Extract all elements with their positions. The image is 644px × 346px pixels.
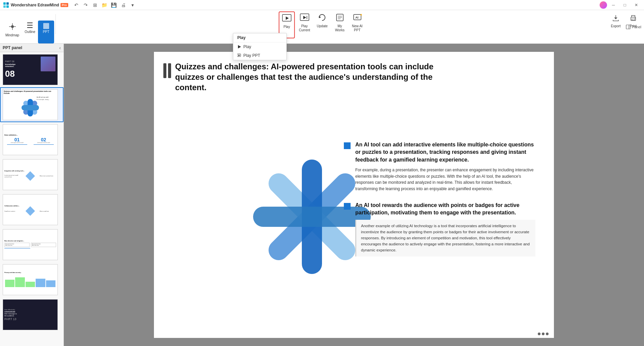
dropdown-play-icon xyxy=(237,45,241,49)
point1-title: An AI tool can add interactive elements … xyxy=(355,141,535,164)
slide-thumb-14[interactable]: Privacy and data security... xyxy=(0,262,64,297)
update-icon xyxy=(318,13,327,24)
ribbon-right-group: Export Print xyxy=(608,11,641,36)
export-label: Export xyxy=(611,24,621,28)
point2-body-box: Another example of utilizing AI technolo… xyxy=(355,220,535,256)
dropdown-play-ppt-item[interactable]: Play PPT xyxy=(233,51,286,60)
slide-thumb-12[interactable]: Collaboration abilities... Small text co… xyxy=(0,192,64,227)
ribbon-play-group: Play PlayCurrent Update MyWorks AI New A… xyxy=(279,11,365,38)
mindmap-tab[interactable]: Mindmap xyxy=(3,21,22,43)
maximize-button[interactable]: □ xyxy=(620,2,630,8)
svg-point-4 xyxy=(11,25,14,28)
my-works-label: MyWorks xyxy=(335,24,345,32)
svg-text:AI: AI xyxy=(355,16,358,19)
app-logo-icon xyxy=(3,2,9,8)
dropdown-play-ppt-label: Play PPT xyxy=(243,53,260,58)
export-icon xyxy=(612,14,620,24)
point1-body: For example, during a presentation, the … xyxy=(355,167,535,192)
svg-rect-0 xyxy=(3,2,6,5)
titlebar-right: ─ □ ✕ xyxy=(600,1,641,9)
pause-icon xyxy=(163,63,171,78)
redo-button[interactable]: ↷ xyxy=(82,2,90,8)
slide-right-content: An AI tool can add interactive elements … xyxy=(344,141,535,256)
nav-dot-2 xyxy=(542,333,545,335)
export-button[interactable]: Export xyxy=(608,13,624,36)
new-ai-ppt-button[interactable]: AI New AIPPT xyxy=(349,11,365,38)
svg-marker-28 xyxy=(238,45,241,48)
app-logo: Wondershare EdrawMind Pro xyxy=(3,2,68,8)
outline-icon: ☰ xyxy=(27,22,33,29)
update-label: Update xyxy=(317,24,328,28)
pro-badge: Pro xyxy=(61,3,68,7)
new-ai-ppt-label: New AIPPT xyxy=(352,24,363,32)
bullet-1 xyxy=(344,142,351,149)
slide-thumb-10[interactable]: Data validation... 01 Lorem ipsum text h… xyxy=(0,122,64,157)
slide-thumb-8[interactable]: PART 08 knowledgeretention. 08 xyxy=(0,52,64,87)
play-dropdown: Play Play Play PPT xyxy=(233,33,287,60)
play-current-label: PlayCurrent xyxy=(299,24,310,32)
mindmap-label: Mindmap xyxy=(5,33,19,37)
titlebar-controls: ↶ ↷ ⊞ 📁 💾 🖨 ▾ xyxy=(72,2,137,8)
ppt-panel-header: PPT panel ‹ xyxy=(0,44,64,52)
svg-marker-22 xyxy=(614,18,617,19)
titlebar: Wondershare EdrawMind Pro ↶ ↷ ⊞ 📁 💾 🖨 ▾ … xyxy=(0,0,644,10)
print-quick-button[interactable]: 🖨 xyxy=(119,2,127,8)
mindmap-icon xyxy=(8,22,17,33)
ppt-tab[interactable]: ▦ PPT xyxy=(38,21,54,43)
print-icon xyxy=(629,14,637,24)
ribbon-separator xyxy=(55,14,56,34)
bullet-2 xyxy=(344,203,351,210)
slide-title: Quizzes and challenges: AI-powered prese… xyxy=(175,61,464,93)
panel-toggle[interactable]: Panel xyxy=(626,25,641,29)
app-title: Wondershare EdrawMind xyxy=(11,3,59,7)
ribbon: Mindmap ☰ Outline ▦ PPT Play PlayCurrent xyxy=(0,10,644,44)
slide: Quizzes and challenges: AI-powered prese… xyxy=(154,52,554,338)
outline-label: Outline xyxy=(25,30,35,34)
slide-thumb-15[interactable]: that effectively communicate their messa… xyxy=(0,297,64,332)
svg-rect-34 xyxy=(22,105,39,110)
more-button[interactable]: ▾ xyxy=(129,2,137,8)
slide-nav xyxy=(538,333,549,335)
svg-marker-14 xyxy=(319,16,321,18)
svg-rect-3 xyxy=(6,5,9,8)
ppt-label: PPT xyxy=(43,30,49,34)
svg-rect-24 xyxy=(632,19,635,20)
slide-thumb-13[interactable]: Bias detection and mitigation... Documen… xyxy=(0,227,64,262)
nav-dot-1 xyxy=(538,333,540,335)
close-button[interactable]: ✕ xyxy=(631,2,641,8)
user-avatar[interactable] xyxy=(600,1,607,9)
dropdown-play-ppt-icon xyxy=(237,54,241,58)
open-button[interactable]: 📁 xyxy=(100,2,109,8)
panel-collapse-button[interactable]: ‹ xyxy=(59,45,61,50)
main-layout: PPT panel ‹ PART 08 knowledgeretention. … xyxy=(0,44,644,346)
dropdown-play-label: Play xyxy=(243,44,251,49)
new-button[interactable]: ⊞ xyxy=(91,2,99,8)
content-area: Quizzes and challenges: AI-powered prese… xyxy=(64,44,644,346)
svg-point-25 xyxy=(635,18,635,19)
point-2: An AI tool rewards the audience with poi… xyxy=(344,202,535,257)
slide-thumb-11[interactable]: Integration with existing tools... Lorem… xyxy=(0,157,64,192)
play-label: Play xyxy=(283,25,290,29)
svg-marker-30 xyxy=(238,55,240,56)
dropdown-header: Play xyxy=(233,33,286,42)
save-button[interactable]: 💾 xyxy=(110,2,118,8)
outline-tab[interactable]: ☰ Outline xyxy=(22,21,38,43)
new-ai-ppt-icon: AI xyxy=(353,13,362,24)
panel-icon xyxy=(626,25,631,29)
play-current-icon xyxy=(300,13,309,24)
svg-rect-1 xyxy=(6,2,9,5)
play-icon xyxy=(282,13,291,24)
point-1: An AI tool can add interactive elements … xyxy=(344,141,535,192)
svg-marker-12 xyxy=(303,16,306,19)
slide-thumb-9[interactable]: Quizzes and challenges: AI-powered prese… xyxy=(0,87,64,122)
play-current-button[interactable]: PlayCurrent xyxy=(296,11,313,38)
svg-marker-10 xyxy=(286,16,289,20)
my-works-button[interactable]: MyWorks xyxy=(332,11,348,38)
dropdown-play-item[interactable]: Play xyxy=(233,42,286,51)
nav-dot-3 xyxy=(546,333,549,335)
minimize-button[interactable]: ─ xyxy=(608,2,618,8)
undo-button[interactable]: ↶ xyxy=(72,2,80,8)
ppt-icon: ▦ xyxy=(43,22,50,29)
svg-rect-26 xyxy=(626,25,630,29)
update-button[interactable]: Update xyxy=(314,11,330,38)
